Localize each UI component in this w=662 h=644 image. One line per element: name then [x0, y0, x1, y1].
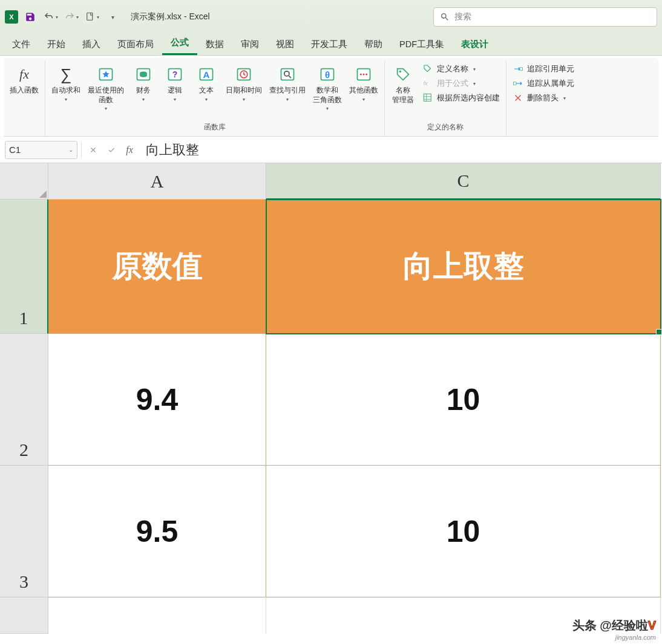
- tab-help[interactable]: 帮助: [356, 34, 391, 55]
- trace-precedents-button[interactable]: 追踪引用单元: [509, 62, 578, 76]
- tab-page-layout[interactable]: 页面布局: [109, 34, 162, 55]
- cancel-formula-button[interactable]: [85, 142, 101, 158]
- ribbon-tabs: 文件 开始 插入 页面布局 公式 数据 审阅 视图 开发工具 帮助 PDF工具集…: [0, 34, 662, 56]
- cell-a2[interactable]: 9.4: [48, 334, 266, 466]
- more-functions-button[interactable]: 其他函数 ▾: [346, 62, 382, 105]
- tag-small-icon: [422, 63, 433, 74]
- quick-print-button[interactable]: ▾: [84, 8, 100, 25]
- datetime-button[interactable]: 日期和时间 ▾: [222, 62, 266, 105]
- row-header-1[interactable]: 1: [0, 200, 48, 334]
- formula-bar: C1 ⌄ fx: [0, 137, 662, 163]
- tab-developer[interactable]: 开发工具: [303, 34, 356, 55]
- function-library-label: 函数库: [48, 121, 382, 135]
- recent-functions-button[interactable]: 最近使用的 函数 ▾: [84, 62, 128, 114]
- chevron-down-icon: ▾: [76, 15, 79, 20]
- lookup-label: 查找与引用: [269, 86, 306, 96]
- cell-a1[interactable]: 原数值: [48, 200, 266, 334]
- defined-names-label: 定义的名称: [387, 121, 503, 135]
- autosum-label: 自动求和: [51, 86, 80, 96]
- row-header-4[interactable]: [0, 597, 48, 634]
- trace-precedents-label: 追踪引用单元: [527, 63, 574, 74]
- use-in-formula-button[interactable]: fx 用于公式 ▾: [419, 76, 503, 91]
- tab-file[interactable]: 文件: [4, 34, 39, 55]
- tab-pdf[interactable]: PDF工具集: [391, 34, 453, 55]
- redo-icon: [64, 11, 75, 22]
- svg-rect-21: [520, 68, 523, 71]
- save-button[interactable]: [22, 8, 39, 25]
- logical-button[interactable]: ? 逻辑 ▾: [159, 62, 191, 105]
- tab-table-design[interactable]: 表设计: [453, 34, 497, 55]
- fx-button[interactable]: fx: [122, 142, 137, 158]
- cell-a3[interactable]: 9.5: [48, 466, 266, 597]
- redo-button[interactable]: ▾: [63, 8, 80, 25]
- chevron-down-icon: ▾: [326, 106, 329, 111]
- lookup-button[interactable]: 查找与引用 ▾: [266, 62, 309, 105]
- accept-formula-button[interactable]: [103, 142, 119, 158]
- more-label: 其他函数: [349, 86, 378, 96]
- text-button[interactable]: A 文本 ▾: [191, 62, 222, 105]
- row-header-2[interactable]: 2: [0, 334, 48, 466]
- trace-dependents-button[interactable]: 追踪从属单元: [509, 76, 578, 91]
- name-manager-label: 名称 管理器: [392, 86, 414, 105]
- cell-a4[interactable]: [48, 597, 266, 634]
- chevron-down-icon: ▾: [243, 97, 245, 102]
- tab-data[interactable]: 数据: [197, 34, 232, 55]
- search-placeholder: 搜索: [454, 11, 471, 22]
- name-box[interactable]: C1 ⌄: [5, 141, 77, 159]
- formula-input[interactable]: [140, 141, 657, 159]
- create-from-selection-label: 根据所选内容创建: [437, 93, 500, 103]
- create-from-selection-button[interactable]: 根据所选内容创建: [419, 91, 503, 105]
- tab-view[interactable]: 视图: [267, 34, 303, 55]
- chevron-down-icon: ▾: [563, 96, 566, 101]
- table-row: 3 9.5 10: [0, 466, 662, 597]
- cell-c1[interactable]: 向上取整: [266, 200, 661, 334]
- svg-rect-0: [87, 13, 93, 20]
- insert-function-button[interactable]: fx 插入函数: [6, 62, 42, 98]
- define-name-button[interactable]: 定义名称 ▾: [419, 62, 503, 76]
- svg-rect-22: [514, 82, 517, 85]
- column-header-a[interactable]: A: [48, 163, 266, 200]
- trace-precedents-icon: [513, 63, 523, 74]
- tab-review[interactable]: 审阅: [232, 34, 267, 55]
- autosum-button[interactable]: ∑ 自动求和 ▾: [48, 62, 84, 105]
- svg-point-15: [360, 73, 362, 75]
- name-box-value: C1: [9, 145, 21, 155]
- tab-formulas[interactable]: 公式: [162, 32, 197, 55]
- svg-text:A: A: [203, 70, 210, 80]
- column-headers: A C: [0, 163, 662, 200]
- remove-arrows-button[interactable]: 删除箭头 ▾: [509, 91, 578, 105]
- name-manager-button[interactable]: 名称 管理器: [387, 62, 419, 107]
- svg-point-16: [362, 73, 364, 75]
- svg-point-18: [399, 71, 402, 73]
- text-label: 文本: [199, 86, 214, 96]
- tab-home[interactable]: 开始: [39, 34, 74, 55]
- worksheet: A C 1 原数值 向上取整 2 9.4 10 3 9.5 10: [0, 163, 662, 634]
- watermark-badge: V: [648, 619, 656, 632]
- more-icon: [355, 66, 372, 83]
- math-button[interactable]: θ 数学和 三角函数 ▾: [309, 62, 346, 114]
- qat-customize-button[interactable]: ▾: [104, 8, 121, 25]
- recent-label: 最近使用的 函数: [88, 86, 124, 105]
- chevron-down-icon: ▾: [142, 97, 145, 102]
- financial-button[interactable]: 财务 ▾: [128, 62, 159, 105]
- row-header-3[interactable]: 3: [0, 466, 48, 597]
- trace-dependents-icon: [513, 78, 523, 89]
- chevron-down-icon: ▾: [105, 106, 107, 111]
- cell-c2[interactable]: 10: [266, 334, 661, 466]
- undo-button[interactable]: ▾: [42, 8, 59, 25]
- column-header-c[interactable]: C: [266, 163, 661, 200]
- cell-c3[interactable]: 10: [266, 466, 661, 597]
- define-name-label: 定义名称: [437, 63, 468, 74]
- insert-function-label: 插入函数: [10, 86, 39, 96]
- select-all-corner[interactable]: [0, 163, 48, 200]
- financial-icon: [135, 66, 152, 83]
- tab-insert[interactable]: 插入: [74, 34, 109, 55]
- x-icon: [89, 146, 97, 154]
- chevron-down-icon: ▾: [65, 97, 67, 102]
- svg-text:θ: θ: [325, 70, 330, 80]
- search-box[interactable]: 搜索: [433, 7, 657, 27]
- lookup-icon: [279, 66, 296, 83]
- text-icon: A: [198, 66, 215, 83]
- chevron-down-icon: ▾: [362, 97, 365, 102]
- save-icon: [25, 11, 36, 22]
